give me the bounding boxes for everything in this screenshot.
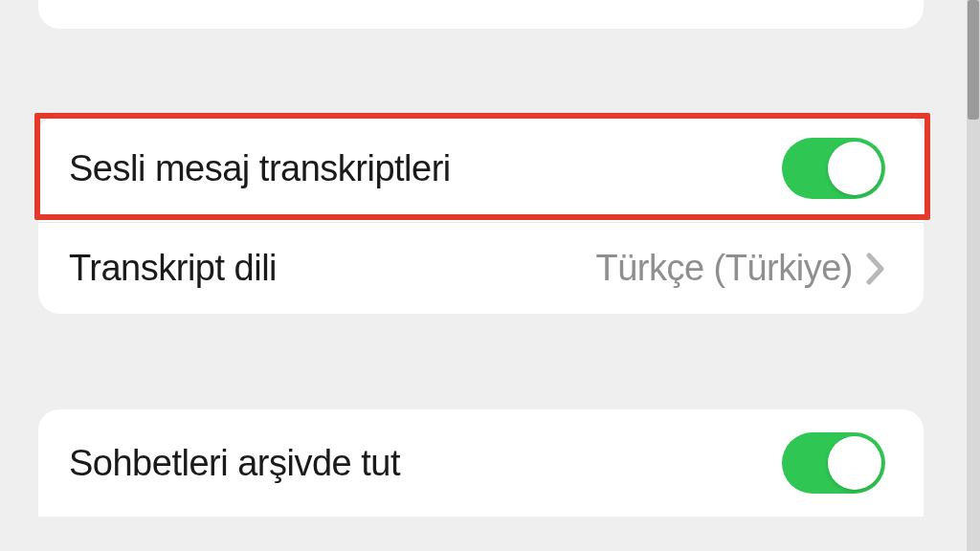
row-transcript-language[interactable]: Transkript dili Türkçe (Türkiye) [38, 222, 924, 314]
row-right: Türkçe (Türkiye) [595, 248, 885, 289]
settings-pane: Sesli mesaj transkriptleri Transkript di… [0, 0, 962, 517]
voice-transcripts-label: Sesli mesaj transkriptleri [69, 148, 451, 189]
transcript-language-label: Transkript dili [69, 248, 277, 289]
voice-transcripts-toggle[interactable] [782, 138, 885, 199]
toggle-knob [828, 142, 881, 195]
settings-group-archive: Sohbetleri arşivde tut [38, 409, 924, 517]
keep-archived-toggle[interactable] [782, 432, 885, 494]
settings-group-transcript: Sesli mesaj transkriptleri Transkript di… [38, 115, 924, 314]
row-keep-archived[interactable]: Sohbetleri arşivde tut [38, 409, 924, 517]
toggle-knob [828, 436, 881, 490]
scrollbar-track[interactable] [967, 0, 980, 551]
row-voice-transcripts[interactable]: Sesli mesaj transkriptleri [38, 115, 924, 222]
settings-group-top [38, 0, 924, 29]
chevron-right-icon [866, 253, 885, 285]
scrollbar-thumb[interactable] [968, 0, 979, 120]
keep-archived-label: Sohbetleri arşivde tut [69, 443, 400, 484]
transcript-language-value: Türkçe (Türkiye) [595, 248, 853, 289]
